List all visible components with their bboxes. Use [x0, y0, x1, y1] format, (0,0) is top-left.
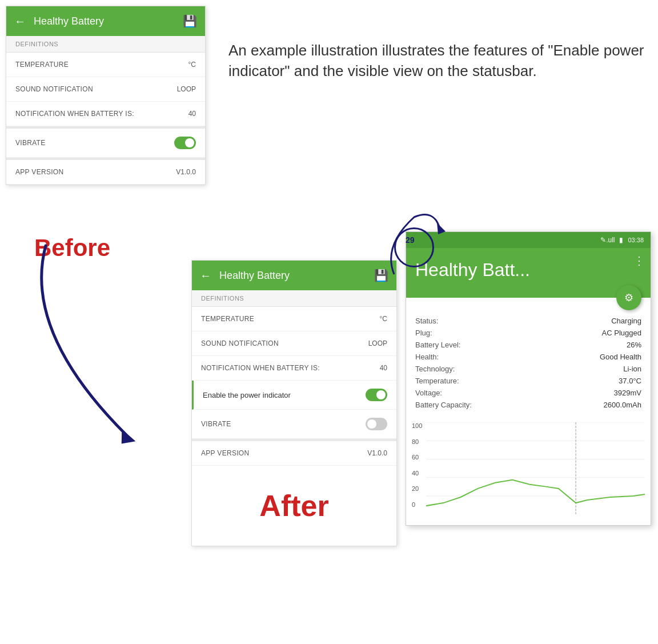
- status-label: Status:: [415, 317, 438, 325]
- back-arrow-icon[interactable]: ←: [14, 15, 26, 28]
- technology-row: Technology: Li-ion: [415, 363, 641, 375]
- health-value: Good Health: [600, 353, 641, 361]
- app-version-label: APP VERSION: [15, 168, 63, 176]
- temperature-value: °C: [188, 61, 196, 69]
- description-text: An example illustration illustrates the …: [228, 40, 647, 82]
- after-temperature-label: TEMPERATURE: [201, 315, 254, 323]
- voltage-row: Voltage: 3929mV: [415, 387, 641, 399]
- notification-battery-row: NOTIFICATION WHEN BATTERY IS: 40: [6, 102, 205, 126]
- after-sound-notification-row: SOUND NOTIFICATION LOOP: [192, 331, 396, 356]
- after-sound-value: LOOP: [368, 339, 387, 347]
- health-row: Health: Good Health: [415, 351, 641, 363]
- y-label-100: 100: [412, 422, 422, 429]
- vibrate-toggle-off[interactable]: [366, 418, 387, 430]
- level-label: Battery Level:: [415, 341, 461, 349]
- app-version-row: APP VERSION V1.0.0: [6, 160, 205, 185]
- after-temperature-value: °C: [380, 315, 387, 323]
- battery-icon: ▮: [619, 236, 623, 244]
- annotation-arrow-curve: [377, 211, 451, 280]
- before-label: Before: [34, 234, 110, 262]
- annotation-number: 29: [406, 235, 415, 245]
- y-label-80: 80: [412, 438, 422, 445]
- status-row: Status: Charging: [415, 315, 641, 327]
- status-value: Charging: [611, 317, 641, 325]
- save-icon: 💾: [183, 14, 197, 28]
- vibrate-label: VIBRATE: [15, 139, 46, 147]
- capacity-label: Battery Capacity:: [415, 401, 472, 409]
- level-value: 26%: [627, 341, 641, 349]
- after-screenshot: ← Healthy Battery 💾 DEFINITIONS TEMPERAT…: [191, 260, 397, 546]
- temperature-value-phone: 37.0°C: [619, 377, 641, 385]
- capacity-value: 2600.0mAh: [604, 401, 642, 409]
- after-notification-value: 40: [380, 364, 387, 372]
- temperature-row: TEMPERATURE °C: [6, 53, 205, 77]
- after-app-version-label: APP VERSION: [201, 449, 249, 457]
- enable-power-indicator-label: Enable the power indicator: [203, 391, 291, 399]
- notification-battery-value: 40: [188, 110, 196, 118]
- signal-bars-icon: ✎.ull: [600, 236, 615, 244]
- capacity-row: Battery Capacity: 2600.0mAh: [415, 399, 641, 411]
- sound-notification-label: SOUND NOTIFICATION: [15, 85, 93, 93]
- vibrate-toggle-on[interactable]: [174, 137, 196, 149]
- y-label-0: 0: [412, 501, 422, 508]
- y-label-60: 60: [412, 454, 422, 461]
- after-label: After: [259, 489, 328, 522]
- svg-marker-0: [119, 427, 135, 444]
- sound-notification-value: LOOP: [177, 85, 196, 93]
- after-vibrate-row: VIBRATE: [192, 410, 396, 439]
- plug-row: Plug: AC Plugged: [415, 327, 641, 339]
- toolbar-title: Healthy Battery: [34, 15, 183, 27]
- temperature-label-phone: Temperature:: [415, 377, 459, 385]
- enable-power-indicator-toggle[interactable]: [366, 389, 387, 401]
- status-time: 03:38: [628, 237, 644, 243]
- before-screenshot: ← Healthy Battery 💾 DEFINITIONS TEMPERAT…: [6, 6, 206, 185]
- technology-label: Technology:: [415, 365, 455, 373]
- after-definitions-header: DEFINITIONS: [192, 290, 396, 307]
- settings-icon: ⚙: [624, 291, 633, 304]
- notification-battery-label: NOTIFICATION WHEN BATTERY IS:: [15, 110, 134, 118]
- after-app-version-row: APP VERSION V1.0.0: [192, 441, 396, 466]
- battery-chart: 100 80 60 40 20 0: [406, 417, 651, 525]
- app-version-value: V1.0.0: [176, 168, 196, 176]
- y-label-40: 40: [412, 470, 422, 477]
- y-label-20: 20: [412, 485, 422, 492]
- after-notification-battery-row: NOTIFICATION WHEN BATTERY IS: 40: [192, 356, 396, 381]
- health-label: Health:: [415, 353, 439, 361]
- temperature-row-phone: Temperature: 37.0°C: [415, 375, 641, 387]
- voltage-value: 3929mV: [614, 389, 641, 397]
- voltage-label: Voltage:: [415, 389, 442, 397]
- temperature-label: TEMPERATURE: [15, 61, 69, 69]
- after-back-arrow-icon[interactable]: ←: [200, 269, 211, 282]
- after-temperature-row: TEMPERATURE °C: [192, 307, 396, 331]
- after-sound-label: SOUND NOTIFICATION: [201, 339, 279, 347]
- battery-line-chart: [426, 422, 645, 514]
- after-notification-label: NOTIFICATION WHEN BATTERY IS:: [201, 364, 320, 372]
- more-options-icon[interactable]: ⋮: [633, 254, 645, 267]
- definitions-header: DEFINITIONS: [6, 36, 205, 53]
- battery-info: Status: Charging Plug: AC Plugged Batter…: [406, 298, 651, 417]
- plug-value: AC Plugged: [602, 329, 641, 337]
- svg-marker-1: [437, 223, 446, 234]
- vibrate-row: VIBRATE: [6, 129, 205, 158]
- chart-y-labels: 100 80 60 40 20 0: [412, 422, 422, 508]
- level-row: Battery Level: 26%: [415, 339, 641, 351]
- after-vibrate-label: VIBRATE: [201, 420, 231, 428]
- sound-notification-row: SOUND NOTIFICATION LOOP: [6, 77, 205, 102]
- after-app-toolbar: ← Healthy Battery 💾: [192, 261, 396, 290]
- technology-value: Li-ion: [623, 365, 641, 373]
- app-toolbar: ← Healthy Battery 💾: [6, 6, 205, 36]
- plug-label: Plug:: [415, 329, 432, 337]
- after-toolbar-title: Healthy Battery: [219, 270, 374, 282]
- enable-power-indicator-row: Enable the power indicator: [192, 381, 396, 410]
- after-app-version-value: V1.0.0: [367, 449, 387, 457]
- fab-settings-button[interactable]: ⚙: [616, 285, 641, 310]
